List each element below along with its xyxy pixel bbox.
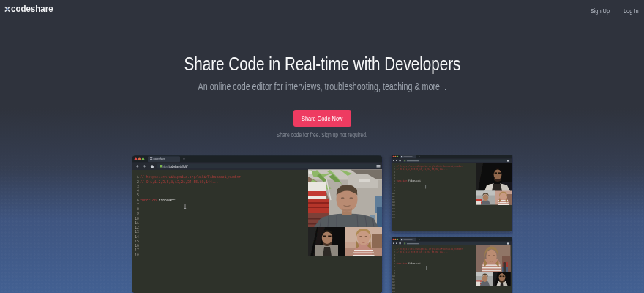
svg-text:13: 13	[135, 230, 139, 234]
svg-text:// 0,1,1,2,3,5,8,13,21,34,55,8: // 0,1,1,2,3,5,8,13,21,34,55,89,144...	[396, 168, 448, 171]
svg-text:7: 7	[137, 203, 139, 207]
svg-text:function fibonacci: function fibonacci	[396, 179, 421, 182]
svg-text:5: 5	[137, 193, 139, 197]
svg-text:3: 3	[137, 185, 139, 188]
svg-text:// 0,1,1,2,3,5,8,13,21,34,55,8: // 0,1,1,2,3,5,8,13,21,34,55,89,144...	[396, 251, 448, 253]
svg-text:15: 15	[135, 240, 139, 243]
svg-text:17: 17	[135, 248, 139, 252]
svg-text:10: 10	[135, 217, 139, 220]
svg-text:16: 16	[135, 244, 139, 248]
svg-text:6: 6	[137, 199, 139, 202]
svg-text:14: 14	[135, 235, 139, 239]
svg-text:2: 2	[137, 180, 139, 184]
svg-text:18: 18	[135, 253, 139, 257]
svg-text:codeshare: codeshare	[154, 157, 166, 160]
svg-text:function fibonacci: function fibonacci	[140, 199, 177, 202]
svg-text:1: 1	[137, 175, 139, 179]
svg-text:18: 18	[392, 216, 395, 219]
svg-text:×: ×	[419, 155, 420, 158]
svg-text:// https://en.wikipedia.org/wi: // https://en.wikipedia.org/wiki/Fibonac…	[140, 175, 241, 179]
svg-text:9: 9	[137, 212, 139, 215]
svg-text:4: 4	[137, 189, 139, 193]
svg-text:8: 8	[137, 207, 139, 211]
svg-text:https://codeshare.io/XqW: https://codeshare.io/XqW	[162, 165, 188, 168]
svg-text:×: ×	[419, 238, 420, 241]
svg-text:11: 11	[135, 221, 139, 225]
svg-text:12: 12	[135, 226, 139, 229]
svg-text:function fibonacci: function fibonacci	[396, 262, 421, 265]
svg-text:×: ×	[183, 157, 185, 161]
svg-text:// 0,1,1,2,3,5,8,13,21,34,55,8: // 0,1,1,2,3,5,8,13,21,34,55,89,144...	[140, 180, 218, 184]
